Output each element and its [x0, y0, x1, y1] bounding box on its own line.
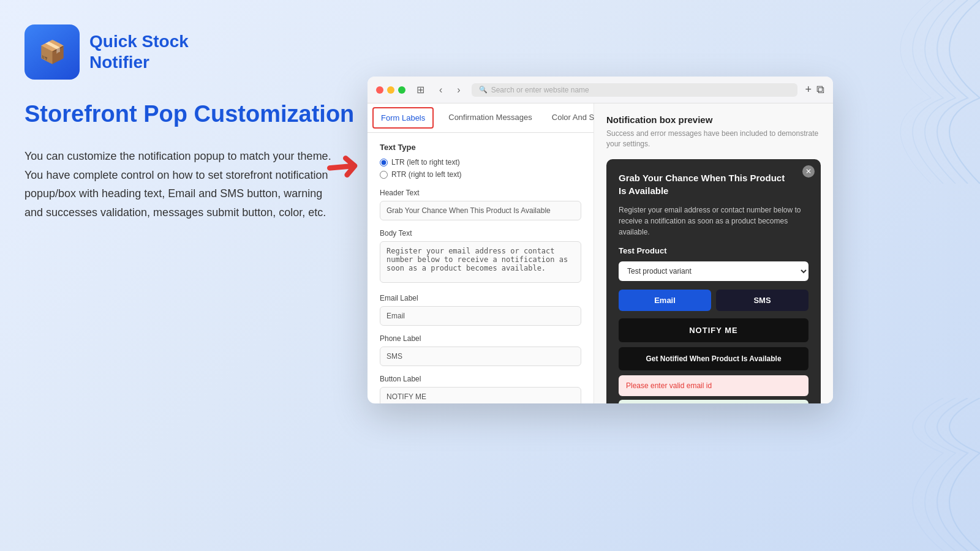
popup-channel-buttons: Email SMS: [619, 290, 809, 311]
left-panel: Form Labels Confirmation Messages Color …: [368, 103, 594, 403]
popup-variant-select[interactable]: Test product variant: [619, 261, 809, 281]
wave-decoration-bottom: [766, 398, 980, 551]
error-message: Please enter valid email id: [619, 375, 809, 396]
popup-body-text: Register your email address or contact n…: [619, 204, 809, 238]
tabs-bar: Form Labels Confirmation Messages Color …: [368, 103, 594, 133]
app-title: Quick Stock Notifier: [89, 31, 189, 72]
dot-yellow[interactable]: [387, 86, 394, 94]
app-logo: 📦: [24, 24, 80, 80]
browser-dots: [376, 86, 405, 94]
phone-label-label: Phone Label: [380, 334, 581, 343]
browser-chrome: ⊞ ‹ › 🔍 Search or enter website name + ⧉: [368, 77, 833, 103]
email-label-input[interactable]: [380, 306, 581, 326]
tab-confirmation[interactable]: Confirmation Messages: [439, 103, 542, 132]
header-text-input[interactable]: [380, 201, 581, 220]
text-type-radio-group: LTR (left to right text) RTR (right to l…: [380, 158, 581, 179]
page-description: You can customize the notification popup…: [24, 147, 343, 222]
grid-icon-button[interactable]: ⊞: [413, 83, 428, 97]
body-text-label: Body Text: [380, 229, 581, 238]
notify-me-button[interactable]: NOTIFY ME: [619, 318, 809, 342]
page-heading: Storefront Pop Customization: [24, 101, 354, 127]
popup-header-text: Grab Your Chance When This Product Is Av…: [619, 171, 809, 197]
notification-popup-preview: ✕ Grab Your Chance When This Product Is …: [606, 159, 821, 403]
popup-product-label: Test Product: [619, 246, 809, 255]
forward-button[interactable]: ›: [453, 83, 464, 97]
arrow-indicator: ➜: [323, 140, 363, 193]
email-label-label: Email Label: [380, 294, 581, 302]
get-notified-button[interactable]: Get Notified When Product Is Available: [619, 347, 809, 370]
button-label-input[interactable]: [380, 387, 581, 403]
radio-ltr-input[interactable]: [380, 159, 388, 167]
right-panel: Notification box preview Success and err…: [594, 103, 833, 403]
address-bar-text: Search or enter website name: [491, 86, 589, 94]
preview-subtitle: Success and error messages have been inc…: [606, 129, 821, 149]
email-channel-button[interactable]: Email: [619, 290, 711, 311]
back-button[interactable]: ‹: [435, 83, 446, 97]
app-content: Form Labels Confirmation Messages Color …: [368, 103, 833, 403]
button-label-label: Button Label: [380, 375, 581, 383]
dot-red[interactable]: [376, 86, 383, 94]
form-area: Text Type LTR (left to right text) RTR (…: [368, 133, 594, 403]
success-message: Your Email Id has been successfully upda…: [619, 400, 809, 403]
radio-rtl-input[interactable]: [380, 171, 388, 179]
body-text-input[interactable]: Register your email address or contact n…: [380, 241, 581, 283]
dot-green[interactable]: [398, 86, 405, 94]
phone-label-input[interactable]: [380, 347, 581, 366]
browser-window: ⊞ ‹ › 🔍 Search or enter website name + ⧉…: [368, 77, 833, 403]
popup-close-button[interactable]: ✕: [802, 165, 815, 178]
tab-form-labels[interactable]: Form Labels: [372, 107, 434, 129]
app-header: 📦 Quick Stock Notifier: [24, 24, 189, 80]
share-button[interactable]: ⧉: [816, 83, 824, 96]
new-tab-button[interactable]: +: [805, 83, 812, 96]
text-type-label: Text Type: [380, 143, 581, 152]
preview-title: Notification box preview: [606, 114, 821, 125]
radio-ltr[interactable]: LTR (left to right text): [380, 158, 581, 167]
radio-rtl[interactable]: RTR (right to left text): [380, 170, 581, 179]
address-bar[interactable]: 🔍 Search or enter website name: [472, 83, 798, 97]
browser-actions: + ⧉: [805, 83, 824, 96]
header-text-label: Header Text: [380, 189, 581, 197]
sms-channel-button[interactable]: SMS: [716, 290, 809, 311]
